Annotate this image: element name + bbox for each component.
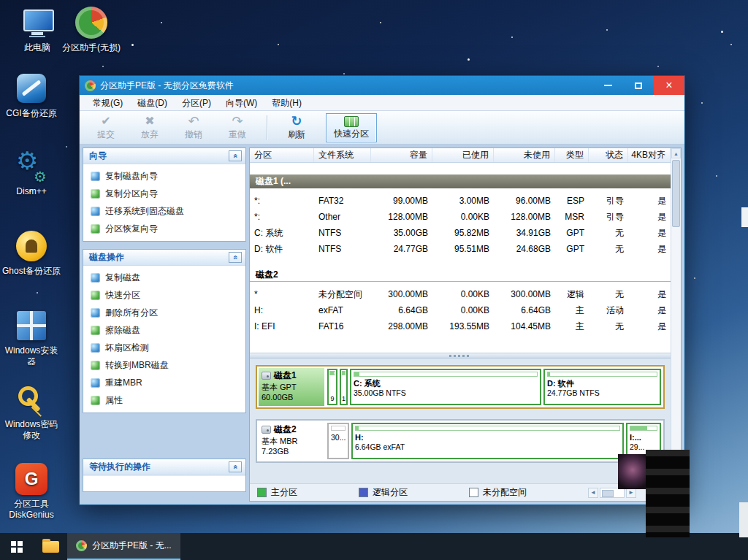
- toolbar-discard-button[interactable]: 放弃: [135, 115, 164, 141]
- cell: 是: [628, 302, 671, 318]
- column-header-1[interactable]: 文件系统: [314, 148, 371, 162]
- disk1-partition-0[interactable]: 9: [327, 369, 337, 405]
- scroll-up-button[interactable]: [671, 148, 681, 158]
- desktop-icon-ghost-backup[interactable]: Ghost备份还原: [1, 229, 61, 277]
- sidebar-item-复制磁盘[interactable]: 复制磁盘: [83, 269, 245, 286]
- windows-logo-icon: [11, 541, 16, 546]
- scroll-thumb[interactable]: [672, 160, 680, 227]
- column-header-0[interactable]: 分区: [250, 148, 314, 162]
- sidebar-item-快速分区[interactable]: 快速分区: [83, 286, 245, 304]
- desktop-icon-this-pc[interactable]: 此电脑: [7, 6, 67, 53]
- desktop-icon-windows-installer[interactable]: Windows安装器: [1, 309, 61, 367]
- taskbar-app-button[interactable]: 分区助手PE版 - 无...: [67, 533, 180, 560]
- desktop-icon-diskgenius[interactable]: 分区工具 DiskGenius: [1, 462, 61, 521]
- collapse-button[interactable]: «: [229, 461, 242, 472]
- splitter[interactable]: [250, 353, 671, 358]
- toolbar-refresh-button[interactable]: 刷新: [282, 115, 311, 141]
- sidebar-item-分区恢复向导[interactable]: 分区恢复向导: [83, 220, 245, 237]
- disk2-partition-1[interactable]: H:6.64GB exFAT: [351, 423, 624, 459]
- window-controls: [592, 76, 684, 95]
- cell: 95.82MB: [432, 225, 494, 241]
- disk-info[interactable]: 磁盘1基本 GPT60.00GB: [259, 368, 324, 406]
- toolbar-undo-button[interactable]: 撤销: [179, 115, 208, 141]
- starfield-bright: [0, 0, 2, 2]
- partition-row[interactable]: I: EFIFAT16298.00MB193.55MB104.45MB主无是: [250, 318, 671, 334]
- desktop-icon-partition-assistant[interactable]: 分区助手(无损): [61, 6, 121, 53]
- desktop-icon-windows-password[interactable]: Windows密码修改: [1, 383, 61, 441]
- disk-row-1[interactable]: 磁盘1基本 GPT60.00GB91C: 系统35.00GB NTFSD: 软件…: [256, 365, 665, 409]
- disk-group-header-1[interactable]: 磁盘1 (...: [250, 174, 671, 188]
- partition-row[interactable]: *:Other128.00MB0.00KB128.00MBMSR引导是: [250, 209, 671, 225]
- legend-item-2: 未分配空间: [469, 486, 527, 499]
- desktop-icon-cgi-backup[interactable]: CGI备份还原: [1, 72, 61, 119]
- disk-size: 60.00GB: [262, 392, 321, 402]
- disk-info[interactable]: 磁盘2基本 MBR7.23GB: [259, 422, 324, 460]
- toolbar-quick-partition-button[interactable]: 快速分区: [326, 113, 377, 142]
- column-header-5[interactable]: 类型: [555, 148, 589, 162]
- minimize-button[interactable]: [592, 76, 623, 95]
- sidebar-item-属性[interactable]: 属性: [83, 391, 245, 409]
- disk2-partition-0[interactable]: 30...: [327, 423, 349, 459]
- disk-bus-type: 基本 GPT: [262, 382, 321, 392]
- menu-item-1[interactable]: 磁盘(D): [130, 95, 175, 111]
- rebuild-mbr-icon: [91, 378, 100, 388]
- sidebar-item-坏扇区检测[interactable]: 坏扇区检测: [83, 339, 245, 356]
- disk1-partition-2[interactable]: C: 系统35.00GB NTFS: [350, 369, 541, 405]
- sidebar-item-擦除磁盘[interactable]: 擦除磁盘: [83, 321, 245, 339]
- partition-detail: 6.64GB exFAT: [355, 442, 620, 452]
- close-button[interactable]: [654, 76, 684, 95]
- cell: NTFS: [314, 225, 371, 241]
- convert-to-mbr-icon: [91, 361, 100, 370]
- disk1-partition-3[interactable]: D: 软件24.77GB NTFS: [543, 369, 661, 405]
- menu-bar: 常规(G)磁盘(D)分区(P)向导(W)帮助(H): [80, 95, 684, 111]
- wipe-disk-icon: [91, 326, 100, 335]
- legend-swatch: [469, 488, 478, 497]
- column-header-2[interactable]: 容量: [371, 148, 432, 162]
- menu-item-0[interactable]: 常规(G): [85, 95, 130, 111]
- partition-row[interactable]: *未分配空间300.00MB0.00KB300.00MB逻辑无是: [250, 286, 671, 302]
- disk-row-2[interactable]: 磁盘2基本 MBR7.23GB30...H:6.64GB exFATI:...2…: [256, 419, 665, 463]
- sidebar-item-删除所有分区[interactable]: 删除所有分区: [83, 304, 245, 321]
- panel-title: 向导: [89, 150, 107, 162]
- start-button[interactable]: [0, 533, 34, 560]
- column-header-4[interactable]: 未使用: [494, 148, 555, 162]
- maximize-button[interactable]: [623, 76, 654, 95]
- table-header-row: 分区文件系统容量已使用未使用类型状态4KB对齐: [250, 148, 671, 163]
- collapse-button[interactable]: «: [229, 252, 242, 263]
- vertical-scrollbar[interactable]: [671, 148, 681, 501]
- disk-group-header-2[interactable]: 磁盘2: [250, 268, 671, 282]
- desktop-icon-label: Dism++: [16, 186, 46, 197]
- cell: FAT32: [314, 193, 371, 209]
- cell: C: 系统: [250, 225, 314, 241]
- toolbar-commit-button[interactable]: 提交: [91, 115, 121, 141]
- sidebar-item-迁移系统到固态磁盘[interactable]: 迁移系统到固态磁盘: [83, 202, 245, 220]
- title-bar[interactable]: 分区助手PE版 - 无损分区免费软件: [80, 76, 684, 95]
- partition-row[interactable]: H:exFAT6.64GB0.00KB6.64GB主活动是: [250, 302, 671, 318]
- menu-item-3[interactable]: 向导(W): [218, 95, 264, 111]
- collapse-button[interactable]: «: [229, 150, 242, 161]
- desktop-icon-dism[interactable]: Dism++: [1, 150, 61, 197]
- windows-installer-icon: [17, 311, 46, 340]
- menu-item-2[interactable]: 分区(P): [175, 95, 218, 111]
- sidebar-item-复制分区向导[interactable]: 复制分区向导: [83, 185, 245, 202]
- column-header-3[interactable]: 已使用: [432, 148, 494, 162]
- cell: 128.00MB: [371, 209, 432, 225]
- toolbar-redo-button[interactable]: 重做: [223, 115, 252, 141]
- sidebar-item-重建MBR[interactable]: 重建MBR: [83, 374, 245, 391]
- sidebar-item-转换到MBR磁盘[interactable]: 转换到MBR磁盘: [83, 356, 245, 374]
- sidebar-item-复制磁盘向导[interactable]: 复制磁盘向导: [83, 167, 245, 185]
- partition-row[interactable]: C: 系统NTFS35.00GB95.82MB34.91GBGPT无是: [250, 225, 671, 241]
- column-header-6[interactable]: 状态: [589, 148, 628, 162]
- partition-row[interactable]: D: 软件NTFS24.77GB95.51MB24.68GBGPT无是: [250, 241, 671, 257]
- panel-items: 复制磁盘向导复制分区向导迁移系统到固态磁盘分区恢复向导: [83, 164, 245, 241]
- toolbar-separator: [267, 115, 267, 140]
- file-explorer-button[interactable]: [34, 533, 67, 560]
- disk1-partition-1[interactable]: 1: [340, 369, 348, 405]
- minimize-icon: [604, 85, 612, 86]
- column-header-7[interactable]: 4KB对齐: [628, 148, 671, 162]
- scroll-left-button[interactable]: ◄: [588, 488, 598, 498]
- partition-row[interactable]: *:FAT3299.00MB3.00MB96.00MBESP引导是: [250, 193, 671, 209]
- cell: GPT: [555, 241, 589, 257]
- usage-bar: [354, 372, 538, 377]
- menu-item-4[interactable]: 帮助(H): [264, 95, 309, 111]
